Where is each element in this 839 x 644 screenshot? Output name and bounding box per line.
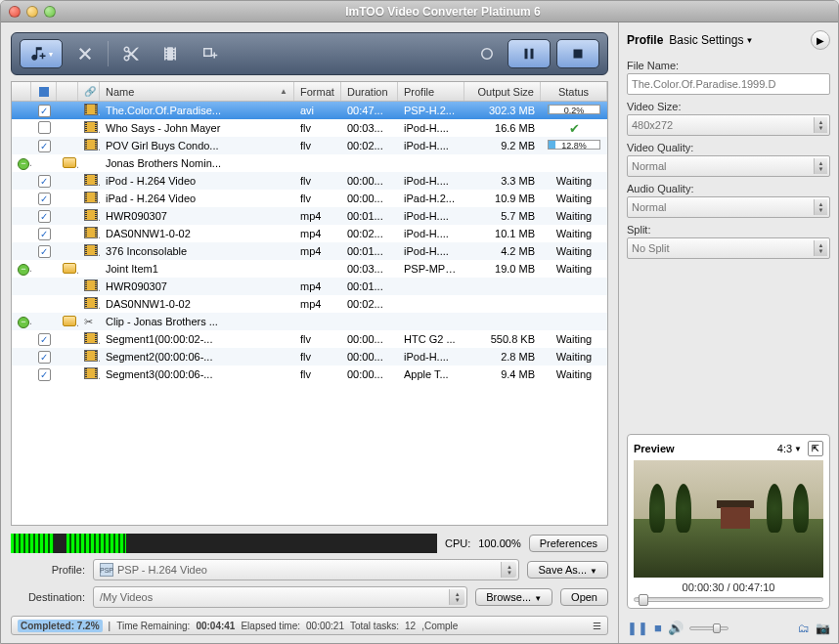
zoom-window-button[interactable]	[44, 6, 56, 18]
table-row[interactable]: ✓HWR090307mp400:01...iPod-H....5.7 MBWai…	[12, 207, 607, 225]
merge-button[interactable]	[193, 39, 226, 68]
cpu-meter	[11, 534, 437, 553]
collapse-toggle[interactable]: −	[18, 317, 29, 328]
col-status[interactable]: Status	[541, 82, 607, 101]
col-icon2[interactable]: 🔗	[78, 82, 100, 101]
table-row[interactable]: ✓Segment1(00:00:02-...flv00:00...HTC G2 …	[12, 330, 607, 348]
table-body[interactable]: ✓The.Color.Of.Paradise...avi00:47...PSP-…	[12, 102, 607, 525]
row-name: Segment1(00:00:02-...	[100, 333, 294, 345]
row-checkbox[interactable]: ✓	[38, 140, 51, 152]
table-row[interactable]: ✓DAS0NNW1-0-02mp400:02...iPod-H....10.1 …	[12, 225, 607, 242]
video-icon	[84, 104, 98, 115]
table-row[interactable]: ✓The.Color.Of.Paradise...avi00:47...PSP-…	[12, 102, 607, 119]
preview-video[interactable]	[634, 460, 823, 578]
checkbox-header-icon	[39, 87, 49, 97]
pause-icon	[520, 45, 538, 63]
audio-quality-select[interactable]: Normal▲▼	[627, 196, 830, 218]
row-duration: 00:00...	[341, 351, 398, 363]
aspect-ratio-select[interactable]: 4:3 ▼	[777, 443, 802, 454]
minimize-window-button[interactable]	[26, 6, 38, 18]
snapshot-folder-button[interactable]: 🗂	[798, 622, 810, 635]
preview-title: Preview	[634, 443, 675, 454]
filmstrip-plus-icon	[200, 45, 218, 63]
row-checkbox[interactable]	[38, 121, 51, 134]
col-icon[interactable]	[57, 82, 78, 101]
collapse-toggle[interactable]: −	[18, 158, 29, 170]
table-row[interactable]: −Joint Item100:03...PSP-MPE...19.0 MBWai…	[12, 260, 607, 278]
preview-pause-button[interactable]: ❚❚	[627, 621, 648, 635]
main-toolbar: ▾	[11, 32, 608, 75]
effects-button[interactable]	[154, 39, 187, 68]
row-name: DAS0NNW1-0-02	[100, 228, 294, 239]
row-name: Segment2(00:00:06-...	[100, 351, 294, 363]
row-output-size: 2.8 MB	[464, 351, 541, 363]
video-icon	[84, 350, 98, 362]
table-row[interactable]: Who Says - John Mayerflv00:03...iPod-H..…	[12, 119, 607, 137]
table-row[interactable]: ✓Segment2(00:00:06-...flv00:00...iPod-H.…	[12, 348, 607, 365]
split-select[interactable]: No Split▲▼	[627, 237, 830, 259]
video-size-select[interactable]: 480x272▲▼	[627, 114, 830, 136]
row-output-size: 10.1 MB	[464, 228, 541, 239]
volume-slider[interactable]	[689, 626, 729, 630]
window-title: ImTOO Video Converter Platinum 6	[56, 5, 830, 19]
row-checkbox[interactable]: ✓	[38, 333, 51, 346]
row-name: DAS0NNW1-0-02	[100, 298, 294, 310]
col-profile[interactable]: Profile	[398, 82, 464, 101]
col-format[interactable]: Format	[294, 82, 341, 101]
play-all-button[interactable]: ▶	[811, 30, 830, 50]
close-window-button[interactable]	[9, 6, 21, 18]
collapse-toggle[interactable]: −	[18, 264, 29, 276]
preferences-button[interactable]: Preferences	[529, 535, 608, 552]
table-row[interactable]: −Jonas Brothers Nomin...	[12, 154, 607, 172]
col-expand[interactable]	[12, 82, 31, 101]
row-name: Who Says - John Mayer	[100, 122, 294, 134]
row-checkbox[interactable]: ✓	[38, 351, 51, 364]
preview-seek-slider[interactable]	[634, 597, 823, 602]
destination-input[interactable]: /My Videos ▲▼	[93, 586, 467, 608]
row-output-size: 4.2 MB	[464, 245, 541, 257]
table-row[interactable]: ✓POV Girl Buys Condo...flv00:02...iPod-H…	[12, 137, 607, 154]
row-profile: PSP-H.2...	[398, 105, 464, 116]
table-row[interactable]: DAS0NNW1-0-02mp400:02...	[12, 295, 607, 313]
table-row[interactable]: ✓iPod - H.264 Videoflv00:00...iPod-H....…	[12, 172, 607, 190]
volume-icon[interactable]: 🔊	[668, 621, 684, 635]
col-check[interactable]	[31, 82, 57, 101]
row-checkbox[interactable]: ✓	[38, 193, 51, 205]
row-checkbox[interactable]: ✓	[38, 228, 51, 240]
left-pane: ▾	[1, 22, 619, 643]
popout-button[interactable]: ⇱	[808, 441, 823, 456]
row-status: Waiting	[541, 210, 607, 222]
add-file-button[interactable]: ▾	[20, 39, 63, 68]
col-duration[interactable]: Duration	[341, 82, 398, 101]
table-row[interactable]: −✂Clip - Jonas Brothers ...	[12, 313, 607, 330]
row-duration: 00:00...	[341, 175, 398, 187]
delete-button[interactable]	[68, 39, 102, 68]
row-format: mp4	[294, 298, 341, 310]
cut-button[interactable]	[114, 39, 148, 68]
save-as-button[interactable]: Save As... ▼	[527, 561, 608, 579]
table-row[interactable]: HWR090307mp400:01...	[12, 278, 607, 295]
open-button[interactable]: Open	[560, 588, 608, 606]
snapshot-button[interactable]: 📷	[816, 622, 830, 635]
col-output-size[interactable]: Output Size	[464, 82, 541, 101]
video-quality-select[interactable]: Normal▲▼	[627, 155, 830, 177]
file-name-input[interactable]: The.Color.Of.Paradise.1999.D	[627, 73, 830, 95]
titlebar[interactable]: ImTOO Video Converter Platinum 6	[1, 1, 838, 22]
table-row[interactable]: ✓iPad - H.264 Videoflv00:00...iPad-H.2..…	[12, 190, 607, 207]
table-row[interactable]: ✓Segment3(00:00:06-...flv00:00...Apple T…	[12, 365, 607, 383]
preview-stop-button[interactable]: ■	[654, 621, 662, 635]
profile-select[interactable]: PSP PSP - H.264 Video ▲▼	[93, 559, 519, 580]
pause-button[interactable]	[508, 39, 551, 68]
row-checkbox[interactable]: ✓	[38, 368, 51, 381]
stop-button[interactable]	[556, 39, 599, 68]
status-menu-button[interactable]: ☰	[593, 621, 601, 631]
row-checkbox[interactable]: ✓	[38, 245, 51, 258]
record-button[interactable]	[472, 39, 502, 68]
basic-settings-tab[interactable]: Basic Settings▼	[669, 33, 753, 47]
browse-button[interactable]: Browse... ▼	[475, 588, 552, 606]
table-row[interactable]: ✓376 Inconsolablemp400:01...iPod-H....4.…	[12, 242, 607, 260]
col-name[interactable]: Name▲	[100, 82, 294, 101]
row-checkbox[interactable]: ✓	[38, 105, 51, 117]
row-checkbox[interactable]: ✓	[38, 210, 51, 223]
row-checkbox[interactable]: ✓	[38, 175, 51, 188]
